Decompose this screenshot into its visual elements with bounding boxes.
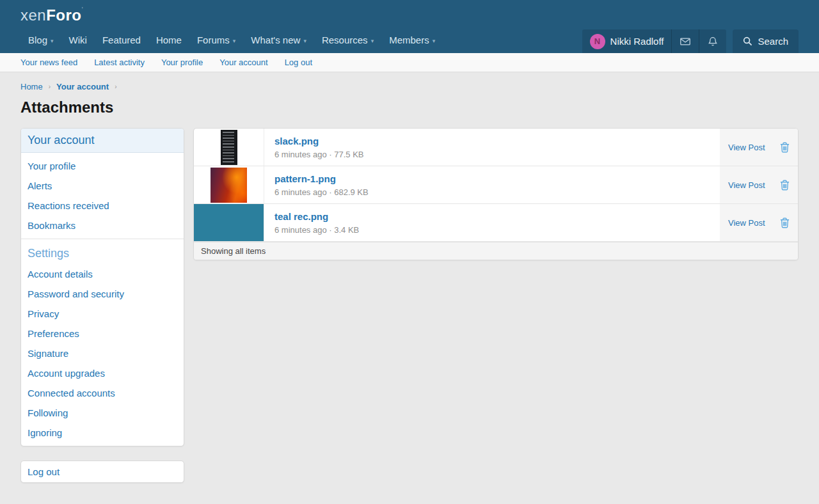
- sidebar-heading-settings: Settings: [21, 242, 184, 264]
- red-pattern-thumbnail: [211, 168, 247, 203]
- attachment-info: pattern-1.png 6 minutes ago · 682.9 KB: [264, 166, 720, 203]
- view-post-link[interactable]: View Post: [728, 218, 765, 228]
- attachment-row: teal rec.png 6 minutes ago · 3.4 KB View…: [194, 204, 798, 242]
- sidebar-item-privacy[interactable]: Privacy: [21, 304, 184, 324]
- breadcrumb-home[interactable]: Home: [20, 82, 43, 91]
- nav-item-blog[interactable]: Blog▾: [20, 27, 61, 53]
- sidebar-item-account-details[interactable]: Account details: [21, 264, 184, 284]
- sidebar-item-reactions-received[interactable]: Reactions received: [21, 196, 184, 216]
- mail-icon: [680, 36, 691, 47]
- sidebar-group-account: Your profile Alerts Reactions received B…: [21, 153, 184, 239]
- nav-item-whats-new[interactable]: What's new▾: [243, 27, 314, 53]
- attachments-panel: slack.png 6 minutes ago · 77.5 KB View P…: [193, 128, 799, 260]
- bell-icon: [707, 36, 719, 47]
- logo-text-light: xen: [20, 6, 46, 24]
- username: Nikki Radloff: [610, 36, 664, 47]
- attachment-meta: 6 minutes ago · 682.9 KB: [274, 187, 710, 197]
- search-button[interactable]: Search: [733, 29, 799, 53]
- conversations-button[interactable]: [671, 29, 699, 53]
- sidebar-item-your-profile[interactable]: Your profile: [21, 156, 184, 176]
- page-title: Attachments: [20, 98, 799, 116]
- attachment-actions: View Post: [720, 166, 798, 203]
- main-nav: Blog▾ Wiki Featured Home Forums▾ What's …: [0, 27, 819, 53]
- sidebar-item-preferences[interactable]: Preferences: [21, 324, 184, 343]
- account-nav-panel: Your account Your profile Alerts Reactio…: [20, 128, 184, 446]
- sidebar-item-alerts[interactable]: Alerts: [21, 176, 184, 196]
- logo-text-bold: Foro: [46, 6, 81, 24]
- trash-icon: [780, 142, 790, 153]
- sidebar-group-settings: Settings Account details Password and se…: [21, 239, 184, 446]
- header-right: N Nikki Radloff Search: [582, 27, 799, 53]
- search-button-label: Search: [758, 36, 788, 47]
- chevron-down-icon: ▾: [233, 38, 236, 44]
- attachment-filename-link[interactable]: slack.png: [274, 136, 319, 146]
- delete-attachment-button[interactable]: [780, 142, 790, 153]
- attachment-filename-link[interactable]: teal rec.png: [274, 211, 328, 222]
- view-post-link[interactable]: View Post: [728, 143, 765, 152]
- nav-items: Blog▾ Wiki Featured Home Forums▾ What's …: [20, 27, 443, 53]
- trash-icon: [780, 217, 790, 228]
- visitor-tab: N Nikki Radloff: [582, 29, 727, 53]
- subnav-your-account[interactable]: Your account: [219, 58, 267, 67]
- delete-attachment-button[interactable]: [780, 217, 790, 228]
- attachment-row: pattern-1.png 6 minutes ago · 682.9 KB V…: [194, 166, 798, 204]
- attachment-row: slack.png 6 minutes ago · 77.5 KB View P…: [194, 129, 798, 166]
- chevron-down-icon: ▾: [51, 38, 54, 44]
- nav-item-forums[interactable]: Forums▾: [189, 27, 243, 53]
- attachment-actions: View Post: [720, 204, 798, 241]
- subnav-your-news-feed[interactable]: Your news feed: [20, 58, 77, 67]
- sidebar-item-log-out[interactable]: Log out: [21, 461, 184, 482]
- chevron-down-icon: ▾: [303, 38, 306, 44]
- attachment-info: slack.png 6 minutes ago · 77.5 KB: [264, 129, 720, 166]
- sidebar-item-password-and-security[interactable]: Password and security: [21, 284, 184, 304]
- subnav-latest-activity[interactable]: Latest activity: [94, 58, 145, 67]
- sub-nav: Your news feed Latest activity Your prof…: [0, 53, 819, 72]
- breadcrumb-separator: ›: [49, 83, 51, 90]
- chevron-down-icon: ▾: [371, 38, 374, 44]
- nav-item-featured[interactable]: Featured: [95, 27, 148, 53]
- sidebar-item-ignoring[interactable]: Ignoring: [21, 423, 184, 443]
- attachment-meta: 6 minutes ago · 3.4 KB: [274, 225, 710, 235]
- logo-trademark: ’: [82, 6, 84, 13]
- subnav-your-profile[interactable]: Your profile: [161, 58, 203, 67]
- breadcrumb: Home › Your account ›: [20, 82, 799, 91]
- chevron-down-icon: ▾: [433, 38, 436, 44]
- attachment-meta: 6 minutes ago · 77.5 KB: [274, 150, 710, 159]
- nav-item-members[interactable]: Members▾: [381, 27, 443, 53]
- sidebar-item-connected-accounts[interactable]: Connected accounts: [21, 383, 184, 403]
- delete-attachment-button[interactable]: [780, 180, 790, 191]
- sidebar-item-account-upgrades[interactable]: Account upgrades: [21, 363, 184, 383]
- page-header: Home › Your account › Attachments: [0, 72, 819, 116]
- content-columns: Your account Your profile Alerts Reactio…: [0, 116, 819, 483]
- breadcrumb-separator: ›: [115, 83, 116, 90]
- view-post-link[interactable]: View Post: [728, 180, 765, 190]
- avatar: N: [590, 34, 605, 49]
- attachment-thumbnail-pattern[interactable]: [194, 166, 264, 203]
- account-sidebar: Your account Your profile Alerts Reactio…: [20, 128, 184, 483]
- attachment-thumbnail-teal[interactable]: [194, 204, 264, 241]
- search-icon: [743, 36, 752, 46]
- slack-screenshot-thumbnail: [221, 130, 237, 165]
- attachments-main: slack.png 6 minutes ago · 77.5 KB View P…: [193, 128, 799, 260]
- alerts-button[interactable]: [699, 29, 726, 53]
- logout-panel: Log out: [20, 461, 184, 483]
- logo-row: xenForo’: [0, 0, 819, 27]
- sidebar-item-signature[interactable]: Signature: [21, 343, 184, 363]
- attachment-thumbnail-slack[interactable]: [194, 129, 264, 166]
- breadcrumb-your-account[interactable]: Your account: [56, 82, 109, 91]
- nav-item-wiki[interactable]: Wiki: [61, 27, 95, 53]
- sidebar-item-bookmarks[interactable]: Bookmarks: [21, 216, 184, 235]
- attachment-info: teal rec.png 6 minutes ago · 3.4 KB: [264, 204, 720, 241]
- list-footer: Showing all items: [194, 242, 798, 260]
- sidebar-header-your-account[interactable]: Your account: [21, 129, 184, 153]
- nav-item-home[interactable]: Home: [148, 27, 189, 53]
- attachment-actions: View Post: [720, 129, 798, 166]
- xenforo-logo[interactable]: xenForo’: [20, 6, 83, 24]
- sidebar-item-following[interactable]: Following: [21, 403, 184, 423]
- subnav-log-out[interactable]: Log out: [285, 58, 312, 67]
- account-menu-button[interactable]: N Nikki Radloff: [582, 29, 672, 53]
- teal-rectangle-thumbnail: [194, 204, 264, 241]
- app-header: xenForo’ Blog▾ Wiki Featured Home Forums…: [0, 0, 819, 53]
- attachment-filename-link[interactable]: pattern-1.png: [274, 173, 336, 184]
- nav-item-resources[interactable]: Resources▾: [314, 27, 381, 53]
